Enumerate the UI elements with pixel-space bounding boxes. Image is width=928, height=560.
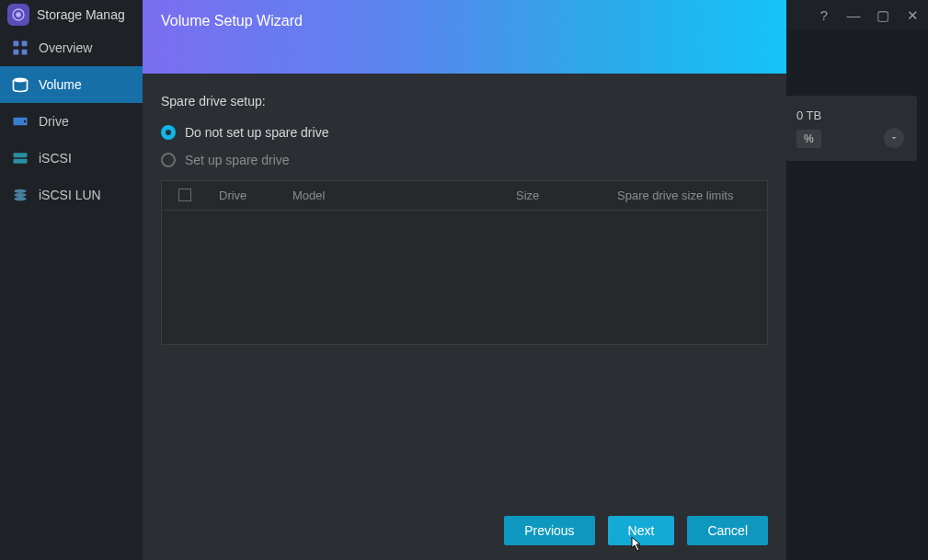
svg-point-12 [14,193,26,197]
sidebar-item-iscsi-lun[interactable]: iSCSI LUN [0,177,143,213]
wizard-title: Volume Setup Wizard [161,13,303,29]
sidebar-item-label: iSCSI [39,151,72,166]
radio-label: Set up spare drive [185,153,290,167]
app-title: Storage Manag [37,7,125,22]
table-body [162,211,767,344]
wizard-body: Spare drive setup: Do not set up spare d… [143,74,786,501]
svg-rect-3 [22,41,28,47]
sidebar-item-label: Drive [39,114,69,129]
overview-icon [11,39,29,57]
svg-point-11 [14,189,26,193]
sidebar-item-drive[interactable]: Drive [0,103,143,140]
next-button[interactable]: Next [608,516,675,545]
svg-rect-2 [14,41,19,47]
cancel-button[interactable]: Cancel [687,516,768,545]
svg-rect-5 [22,50,28,55]
minimize-button[interactable]: — [845,8,862,22]
previous-button[interactable]: Previous [504,516,594,545]
radio-no-spare-drive[interactable]: Do not set up spare drive [161,125,768,140]
sidebar: Overview Volume Drive iSCSI iSCSI LUN [0,29,143,560]
wizard-header: Volume Setup Wizard [143,0,786,74]
column-drive[interactable]: Drive [208,189,281,202]
radio-setup-spare-drive[interactable]: Set up spare drive [161,153,768,167]
volume-size-text: 0 TB [796,109,904,122]
volume-percent-badge: % [796,130,821,148]
close-button[interactable]: ✕ [904,8,921,22]
help-button[interactable]: ? [816,8,832,22]
svg-point-6 [14,78,28,83]
radio-icon [161,153,176,167]
radio-icon [161,125,176,140]
svg-point-13 [14,197,26,200]
volume-setup-wizard-dialog: Volume Setup Wizard Spare drive setup: D… [143,0,786,560]
svg-rect-9 [14,153,28,157]
iscsi-lun-icon [11,186,29,204]
iscsi-icon [11,149,29,167]
app-icon [7,4,29,26]
drive-table: Drive Model Size Spare drive size limits [161,180,768,345]
sidebar-item-volume[interactable]: Volume [0,66,143,103]
sidebar-item-label: iSCSI LUN [39,188,101,202]
select-all-checkbox[interactable] [162,189,208,202]
spare-drive-heading: Spare drive setup: [161,94,768,109]
volume-info-card: 0 TB % [784,96,917,161]
radio-label: Do not set up spare drive [185,125,328,140]
svg-rect-4 [14,50,19,55]
column-size[interactable]: Size [505,189,606,202]
maximize-button[interactable]: ▢ [875,8,891,22]
wizard-footer: Previous Next Cancel [143,501,786,560]
volume-icon [11,75,29,94]
svg-point-1 [17,13,20,17]
sidebar-item-label: Volume [39,77,82,92]
column-limits[interactable]: Spare drive size limits [606,189,767,202]
drive-icon [11,112,29,131]
svg-point-8 [24,120,27,123]
table-header: Drive Model Size Spare drive size limits [162,181,767,211]
column-model[interactable]: Model [281,189,505,202]
sidebar-item-iscsi[interactable]: iSCSI [0,140,143,177]
sidebar-item-label: Overview [39,40,92,55]
window-controls: ? — ▢ ✕ [816,8,921,22]
sidebar-item-overview[interactable]: Overview [0,29,143,66]
chevron-down-icon[interactable] [884,128,904,148]
svg-rect-10 [14,159,28,164]
